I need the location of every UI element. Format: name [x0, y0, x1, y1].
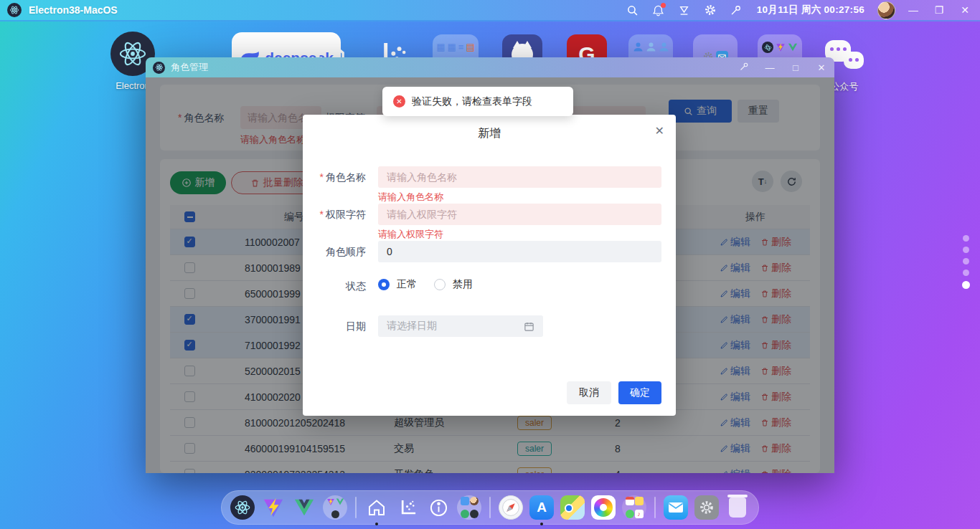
- dock-mail-icon[interactable]: [664, 495, 688, 520]
- dock-divider: [654, 497, 656, 518]
- dock-chart-icon[interactable]: [395, 495, 420, 520]
- status-normal-radio[interactable]: [378, 279, 390, 290]
- window-title: 角色管理: [171, 61, 208, 74]
- dock-photos-icon[interactable]: [591, 495, 616, 520]
- confirm-button[interactable]: 确定: [618, 381, 661, 404]
- active-page-dot: [962, 281, 970, 289]
- maximize-button[interactable]: ❐: [931, 4, 947, 16]
- dock-maps-icon[interactable]: [560, 495, 585, 520]
- close-button[interactable]: ✕: [957, 4, 973, 16]
- avatar[interactable]: [877, 1, 895, 19]
- notification-badge: [661, 3, 666, 8]
- error-circle-icon: ✕: [393, 95, 405, 108]
- minimize-button[interactable]: —: [905, 4, 921, 16]
- menubar-clock: 10月11日 周六 00:27:56: [757, 4, 864, 16]
- desktop-screen: Electron38-MacOS 10月11日 周六 00:27:56 — ❐: [0, 0, 980, 529]
- window-app-icon: [153, 62, 165, 74]
- dock-electron-icon[interactable]: [230, 495, 255, 520]
- search-icon[interactable]: [625, 2, 641, 18]
- pin-icon[interactable]: [728, 2, 744, 18]
- dialog-perm-label: 权限字符: [303, 209, 366, 221]
- dialog-perm-error: 请输入权限字符: [378, 228, 443, 241]
- dialog-status-label: 状态: [303, 280, 366, 293]
- electron-app-icon[interactable]: [7, 3, 22, 17]
- window-maximize-button[interactable]: □: [790, 62, 801, 73]
- error-toast: ✕ 验证失败，请检查表单字段: [382, 87, 573, 116]
- status-disabled-radio[interactable]: [434, 279, 446, 290]
- calendar-icon: [524, 321, 534, 332]
- window-close-button[interactable]: ✕: [816, 62, 827, 73]
- dialog-order-label: 角色顺序: [303, 246, 366, 259]
- gear-icon[interactable]: [702, 2, 718, 18]
- status-disabled-label: 禁用: [453, 278, 473, 291]
- dialog-title: 新增: [303, 126, 676, 141]
- dock-apps-folder-icon[interactable]: ♪: [622, 495, 646, 520]
- app-title: Electron38-MacOS: [29, 4, 118, 16]
- window-minimize-button[interactable]: —: [764, 62, 776, 73]
- dialog-perm-input[interactable]: [378, 204, 661, 225]
- desktop-page-dots[interactable]: [962, 235, 970, 289]
- bell-icon[interactable]: [651, 2, 666, 18]
- dock-vite-icon[interactable]: [261, 495, 286, 520]
- date-placeholder: 请选择日期: [387, 320, 437, 333]
- dialog-role-name-error: 请输入角色名称: [378, 191, 443, 204]
- dock-vue-icon[interactable]: [292, 495, 316, 520]
- dock: A ♪: [221, 490, 759, 525]
- dialog-role-name-label: 角色名称: [303, 171, 366, 184]
- dialog-role-name-input[interactable]: [378, 166, 661, 188]
- dialog-close-icon[interactable]: ✕: [655, 124, 664, 138]
- menubar: Electron38-MacOS 10月11日 周六 00:27:56 — ❐: [0, 0, 980, 22]
- dock-home-icon[interactable]: [364, 495, 389, 520]
- cancel-button[interactable]: 取消: [567, 381, 611, 404]
- window-titlebar[interactable]: 角色管理 — □ ✕: [146, 57, 834, 77]
- dialog-date-label: 日期: [303, 320, 366, 333]
- dock-info-icon[interactable]: [426, 495, 451, 520]
- dock-social-folder-icon[interactable]: [457, 495, 481, 520]
- dock-dev-folder-icon[interactable]: [323, 495, 347, 520]
- dock-safari-icon[interactable]: [499, 495, 523, 520]
- status-normal-label: 正常: [397, 278, 417, 291]
- fill-color-icon[interactable]: [677, 2, 692, 18]
- dock-divider: [355, 497, 357, 518]
- dock-settings-icon[interactable]: [694, 495, 719, 520]
- dock-divider: [489, 497, 491, 518]
- window-pin-icon[interactable]: [738, 62, 750, 74]
- add-role-dialog: 新增 ✕ 角色名称 请输入角色名称 权限字符 请输入权限字符 角色顺序 状态 正…: [303, 115, 676, 416]
- dialog-date-input[interactable]: 请选择日期: [378, 315, 543, 337]
- toast-message: 验证失败，请检查表单字段: [412, 95, 532, 108]
- dialog-order-input[interactable]: [378, 241, 661, 262]
- dock-app-store-icon[interactable]: A: [529, 495, 554, 520]
- dock-trash-icon[interactable]: [725, 495, 750, 520]
